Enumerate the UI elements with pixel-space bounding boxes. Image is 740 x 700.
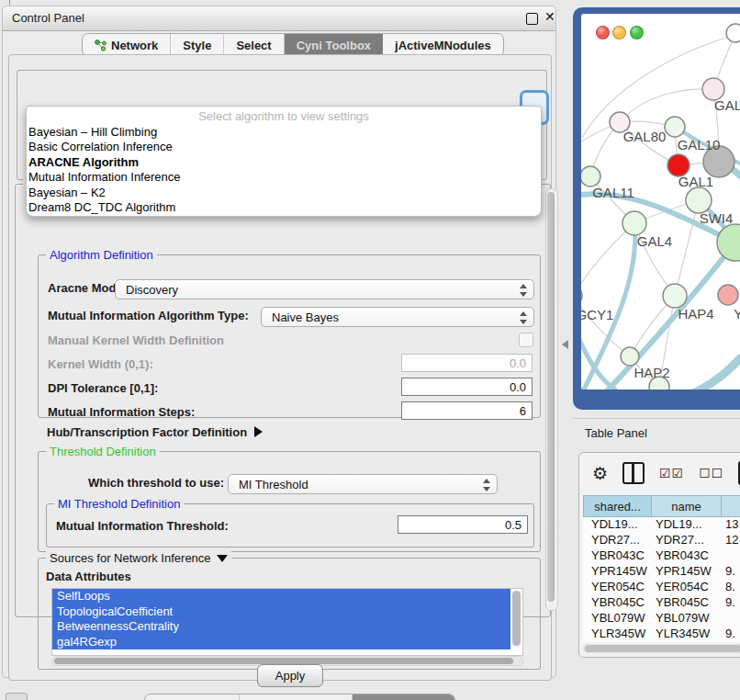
table-h-scrollbar[interactable] <box>583 644 740 653</box>
attribute-list-item[interactable]: TopologicalCoefficient <box>52 604 510 620</box>
table-row[interactable]: YER054CYER054C8. <box>583 580 740 595</box>
table-cell[interactable]: 9. <box>717 627 740 642</box>
attribute-list-item[interactable]: SelfLoops <box>52 589 510 604</box>
hub-definition-toggle[interactable]: Hub/Transcription Factor Definition <box>47 425 263 439</box>
tab-style[interactable]: Style <box>171 34 224 56</box>
corner-widget[interactable] <box>6 693 28 700</box>
mi-threshold-input[interactable] <box>398 515 528 534</box>
apply-button[interactable]: Apply <box>257 664 323 687</box>
list-scrollbar[interactable] <box>512 591 521 648</box>
table-cell[interactable]: YPR145W <box>647 564 717 580</box>
bottom-tabbar: Impute Data Discretize Data Infer Networ… <box>144 694 455 700</box>
column-header-partial[interactable] <box>721 495 740 517</box>
table-cell[interactable]: YDR27... <box>647 533 717 548</box>
scrollbar-thumb[interactable] <box>547 192 555 602</box>
table-row[interactable]: YPR145WYPR145W9. <box>583 564 740 580</box>
table-cell[interactable]: YDR27... <box>583 533 647 548</box>
table-header: shared... name <box>583 495 740 517</box>
close-window-icon[interactable]: ✕ <box>544 9 555 24</box>
table-cell[interactable] <box>717 611 740 627</box>
mi-steps-input[interactable] <box>401 401 533 420</box>
table-cell[interactable]: YLR345W <box>647 627 717 642</box>
table-cell[interactable]: 12 <box>717 533 740 548</box>
node-label: SWI4 <box>700 210 734 226</box>
table-cell[interactable]: YLR345W <box>583 627 647 642</box>
table-cell[interactable]: YBR043C <box>647 548 717 564</box>
float-window-icon[interactable] <box>526 13 538 25</box>
network-node[interactable] <box>581 166 600 186</box>
column-header-shared[interactable]: shared... <box>583 495 651 517</box>
table-cell[interactable]: 9. <box>717 564 740 580</box>
network-edge[interactable] <box>620 89 713 122</box>
algorithm-option[interactable]: Bayesian – K2 <box>27 186 541 200</box>
attribute-list-item[interactable]: BetweennessCentrality <box>52 619 510 635</box>
table-row[interactable]: YDR27...YDR27...12 <box>583 533 740 548</box>
kernel-width-input[interactable] <box>401 354 533 372</box>
table-cell[interactable]: YDL19... <box>583 517 647 533</box>
select-all-icon[interactable]: ☑☑ <box>659 466 684 480</box>
aracne-mode-combobox[interactable]: Discovery <box>115 279 534 299</box>
network-node[interactable] <box>718 285 738 305</box>
which-threshold-combobox[interactable]: MI Threshold <box>228 474 498 494</box>
network-node[interactable] <box>686 187 712 213</box>
tab-impute-data[interactable]: Impute Data <box>145 694 240 700</box>
table-row[interactable]: YBL079WYBL079W <box>583 611 740 627</box>
expand-right-icon <box>254 426 263 437</box>
table-cell[interactable]: YER054C <box>583 580 647 595</box>
gear-icon[interactable]: ⚙ <box>592 465 608 482</box>
deselect-all-icon[interactable]: ☐☐ <box>699 466 723 480</box>
tab-discretize-data[interactable]: Discretize Data <box>240 694 352 700</box>
network-node[interactable] <box>663 284 687 308</box>
table-cell[interactable]: YBR045C <box>647 595 717 611</box>
tab-network[interactable]: Network <box>83 34 171 56</box>
network-node[interactable] <box>717 224 740 261</box>
settings-scrollbar[interactable] <box>545 188 558 611</box>
manual-kernel-checkbox[interactable] <box>519 333 533 347</box>
table-row[interactable]: YBR043CYBR043C <box>583 548 740 564</box>
data-attributes-list[interactable]: SelfLoopsTopologicalCoefficientBetweenne… <box>51 588 523 656</box>
network-node[interactable] <box>581 286 582 306</box>
node-label: HAP2 <box>633 365 669 380</box>
table-cell[interactable]: YBR045C <box>583 595 647 611</box>
network-edge[interactable] <box>693 358 740 390</box>
table-cell[interactable]: YPR145W <box>583 564 647 580</box>
mi-type-combobox[interactable]: Naive Bayes <box>261 307 534 327</box>
algorithm-option[interactable]: Mutual Information Inference <box>27 170 541 185</box>
tab-cyni-toolbox[interactable]: Cyni Toolbox <box>285 34 383 56</box>
table-cell[interactable] <box>717 548 740 564</box>
dpi-tolerance-input[interactable] <box>401 378 533 396</box>
table-cell[interactable]: 13 <box>717 517 740 533</box>
tab-select[interactable]: Select <box>224 34 284 56</box>
algorithm-option[interactable]: ARACNE Algorithm <box>27 155 541 170</box>
table-body[interactable]: YDL19...YDL19...13YDR27...YDR27...12YBR0… <box>583 517 740 642</box>
sources-toggle[interactable]: Sources for Network Inference <box>46 551 231 565</box>
table-cell[interactable]: YBL079W <box>583 611 647 627</box>
table-cell[interactable]: YER054C <box>647 580 717 595</box>
panel-splitter-icon[interactable] <box>562 340 568 349</box>
network-node[interactable] <box>665 117 685 137</box>
network-graph[interactable]: GALGAL80GAL10GAL1GAL11SWI4GAL4GCY1HAP4YH… <box>581 14 740 390</box>
algorithm-definition-title: Algorithm Definition <box>46 248 157 262</box>
algorithm-option[interactable]: Dream8 DC_TDC Algorithm <box>27 200 541 215</box>
algorithm-placeholder: Select algorithm to view settings <box>27 107 541 125</box>
network-node[interactable] <box>726 24 740 42</box>
tab-jactivemnodules[interactable]: jActiveMNodules <box>383 34 503 56</box>
table-cell[interactable]: 8. <box>717 580 740 595</box>
tab-infer-network[interactable]: Infer Network <box>353 694 454 700</box>
table-cell[interactable]: YBL079W <box>647 611 717 627</box>
algorithm-option[interactable]: Bayesian – Hill Climbing <box>27 125 541 140</box>
split-columns-icon[interactable] <box>622 462 645 484</box>
network-node[interactable] <box>622 211 646 235</box>
attribute-list-item[interactable]: gal4RGexp <box>52 635 510 650</box>
network-node[interactable] <box>621 347 639 366</box>
table-row[interactable]: YLR345WYLR345W9. <box>583 627 740 642</box>
table-row[interactable]: YDL19...YDL19...13 <box>583 517 740 533</box>
table-cell[interactable]: YDL19... <box>647 517 717 533</box>
table-cell[interactable]: YBR043C <box>583 548 647 564</box>
table-row[interactable]: YBR045CYBR045C9. <box>583 595 740 611</box>
algorithm-option[interactable]: Basic Correlation Inference <box>27 140 541 154</box>
column-header-name[interactable]: name <box>651 495 721 517</box>
node-label: GAL <box>714 97 740 113</box>
table-cell[interactable]: 9. <box>717 595 740 611</box>
cyni-algorithm-settings-group: Cyni Algorithm Settings Algorithm Defini… <box>15 184 551 617</box>
